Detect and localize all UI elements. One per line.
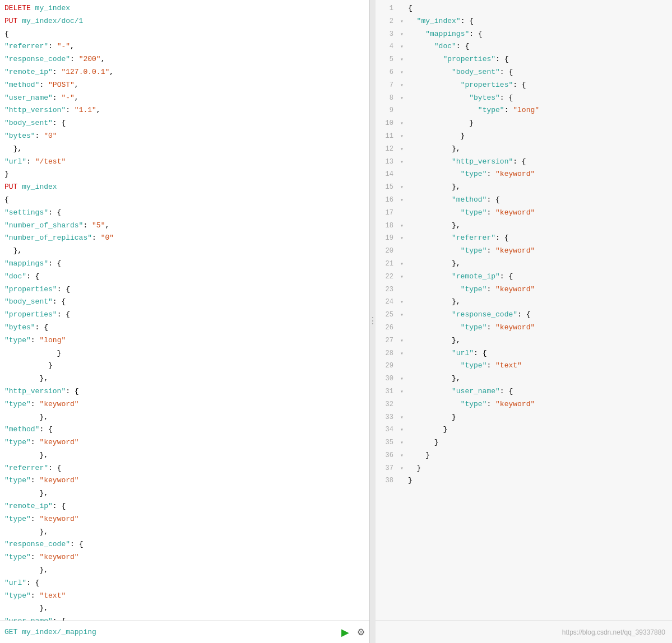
fold-icon[interactable]: ▾ [398,132,406,141]
line-content: "type": "keyword" [406,207,535,219]
line-number: 5 [376,54,398,65]
line-content: "properties": { [406,54,508,66]
fold-icon[interactable]: ▾ [398,413,406,422]
fold-icon[interactable]: ▾ [398,43,406,52]
left-line: DELETE my_index [0,2,369,15]
right-line: 17 "type": "keyword" [376,207,672,220]
left-line: "doc": { [0,271,369,283]
fold-icon[interactable]: ▾ [398,183,406,192]
right-line: 37▾ } [376,462,672,475]
fold-icon[interactable]: ▾ [398,119,406,128]
fold-icon[interactable]: ▾ [398,17,406,26]
line-content: } [406,463,421,474]
line-number: 24 [376,297,398,307]
right-line: 14 "type": "keyword" [376,168,672,181]
right-line: 21▾ }, [376,258,672,271]
right-line: 20 "type": "keyword" [376,245,672,258]
left-line: }, [0,143,369,156]
left-line: "type": "keyword" [0,474,369,487]
right-line: 13▾ "http_version": { [376,156,672,169]
right-line: 38} [376,474,672,487]
left-line: "body_sent": { [0,296,369,309]
left-editor[interactable]: DELETE my_indexPUT my_index/doc/1{ "refe… [0,0,369,621]
right-line: 22▾ "remote_ip": { [376,271,672,283]
right-line: 36▾ } [376,449,672,462]
fold-icon[interactable]: ▾ [398,439,406,448]
left-line: "url": { [0,577,369,590]
line-number: 9 [376,105,398,116]
right-line: 34▾ } [376,423,672,436]
main-container: DELETE my_indexPUT my_index/doc/1{ "refe… [0,0,672,643]
line-content: } [406,450,430,462]
left-line: "remote_ip": { [0,500,369,513]
line-number: 11 [376,131,398,142]
fold-icon[interactable]: ▾ [398,234,406,243]
settings-button[interactable]: ⚙ [357,627,365,637]
right-line: 35▾ } [376,436,672,449]
left-line: PUT my_index/doc/1 [0,15,369,28]
right-line: 18▾ }, [376,220,672,232]
line-content: }, [406,373,461,385]
fold-icon[interactable]: ▾ [398,222,406,231]
fold-icon[interactable]: ▾ [398,426,406,435]
line-content: "type": "long" [406,105,539,117]
line-number: 8 [376,93,398,104]
line-number: 21 [376,259,398,269]
line-number: 35 [376,437,398,448]
fold-icon[interactable]: ▾ [398,311,406,320]
left-line: "number_of_shards": "5", [0,220,369,232]
fold-icon[interactable]: ▾ [398,196,406,205]
line-number: 14 [376,169,398,180]
run-button[interactable]: ▶ [341,626,349,639]
fold-icon[interactable]: ▾ [398,375,406,384]
fold-icon[interactable]: ▾ [398,30,406,39]
watermark-text: https://blog.csdn.net/qq_39337880 [562,628,665,636]
left-line: }, [0,602,369,615]
fold-icon[interactable]: ▾ [398,273,406,282]
line-content: { [406,3,413,15]
left-panel: DELETE my_indexPUT my_index/doc/1{ "refe… [0,0,370,643]
left-line: "response_code": { [0,538,369,551]
left-line: "url": "/test" [0,156,369,169]
line-number: 32 [376,399,398,410]
left-line: }, [0,564,369,577]
right-line: 11▾ } [376,130,672,143]
line-number: 33 [376,412,398,423]
fold-icon[interactable]: ▾ [398,388,406,397]
left-line: "type": "long" [0,334,369,347]
left-line: "remote_ip": "127.0.0.1", [0,66,369,79]
line-content: "bytes": { [406,92,513,104]
fold-icon[interactable]: ▾ [398,337,406,346]
fold-icon[interactable]: ▾ [398,158,406,167]
left-line: { [0,194,369,207]
fold-icon[interactable]: ▾ [398,298,406,307]
line-content: }, [406,258,461,270]
right-line: 28▾ "url": { [376,347,672,360]
left-line: } [0,168,369,181]
line-content: "my_index": { [406,16,474,27]
line-number: 6 [376,67,398,78]
fold-icon[interactable]: ▾ [398,68,406,77]
right-bottom-bar: https://blog.csdn.net/qq_39337880 [376,621,672,643]
fold-icon[interactable]: ▾ [398,260,406,269]
fold-icon[interactable]: ▾ [398,464,406,473]
left-line: "properties": { [0,309,369,322]
left-line: }, [0,526,369,539]
line-content: }, [406,220,461,232]
left-line: "method": { [0,423,369,436]
line-content: "type": "keyword" [406,169,535,180]
panel-divider[interactable]: ⋮ [370,0,376,643]
fold-icon[interactable]: ▾ [398,94,406,103]
right-line: 25▾ "response_code": { [376,309,672,322]
fold-icon[interactable]: ▾ [398,55,406,64]
left-line: "referrer": { [0,462,369,475]
fold-icon[interactable]: ▾ [398,451,406,460]
left-line: }, [0,411,369,424]
fold-icon[interactable]: ▾ [398,350,406,358]
right-editor[interactable]: 1{2▾ "my_index": {3▾ "mappings": {4▾ "do… [376,0,672,621]
left-line: }, [0,487,369,500]
fold-icon[interactable]: ▾ [398,81,406,90]
fold-icon[interactable]: ▾ [398,145,406,154]
line-content: "mappings": { [406,29,483,40]
right-line: 15▾ }, [376,181,672,194]
